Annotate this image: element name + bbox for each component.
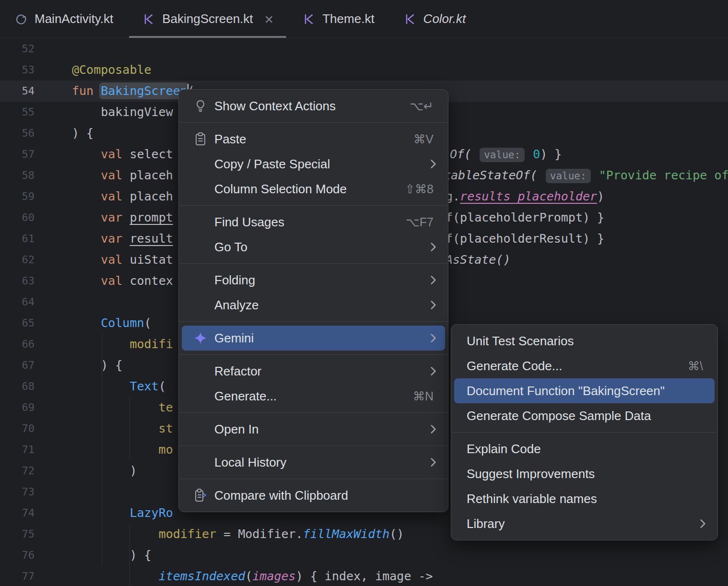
code-text: ) {: [72, 355, 122, 376]
menu-item-analyze[interactable]: Analyze: [182, 293, 445, 317]
tab-color-kt[interactable]: Color.kt: [389, 0, 481, 38]
shortcut-label: ⌥↵: [410, 99, 434, 113]
line-number[interactable]: 65: [0, 313, 35, 334]
menu-separator: [179, 122, 448, 123]
line-number[interactable]: 55: [0, 102, 35, 123]
menu-item-paste[interactable]: Paste⌘V: [182, 127, 445, 152]
line-number[interactable]: 67: [0, 355, 35, 376]
menu-item-folding[interactable]: Folding: [182, 268, 445, 293]
lightbulb-icon: [193, 99, 208, 113]
code-token: [72, 232, 101, 246]
submenu-item-generate-compose-sample-data[interactable]: Generate Compose Sample Data: [454, 403, 715, 428]
tab-label: MainActivity.kt: [35, 12, 113, 26]
code-token: [72, 253, 101, 267]
code-token: val: [101, 147, 122, 161]
submenu-item-suggest-improvements[interactable]: Suggest Improvements: [454, 461, 715, 486]
tab-close-icon[interactable]: ×: [265, 12, 274, 27]
submenu-arrow-icon: [427, 158, 439, 170]
editor-line-77[interactable]: 77 itemsIndexed(images) { index, image -…: [0, 566, 728, 586]
tab-mainactivity-kt[interactable]: MainActivity.kt: [0, 0, 128, 38]
line-number[interactable]: 73: [0, 481, 35, 503]
code-token: 0: [533, 147, 540, 161]
tab-theme-kt[interactable]: Theme.kt: [288, 0, 388, 38]
line-number[interactable]: 76: [0, 545, 35, 566]
menu-item-copy-paste-special[interactable]: Copy / Paste Special: [182, 152, 445, 176]
menu-item-compare-with-clipboard[interactable]: Compare with Clipboard: [182, 483, 445, 508]
submenu-item-document-function-bakingscreen[interactable]: Document Function "BakingScreen": [454, 378, 715, 403]
editor-line-53[interactable]: 53@Composable: [0, 59, 728, 81]
line-number[interactable]: 74: [0, 503, 35, 524]
code-token: var: [101, 211, 122, 224]
shortcut-label: ⌥F7: [406, 215, 434, 229]
code-token: [72, 189, 101, 203]
kotlin-file-icon: [302, 12, 316, 26]
code-token: val: [101, 168, 122, 182]
code-text: val uiStat: [72, 249, 173, 270]
code-token: modifi: [72, 337, 173, 351]
menu-item-label: Gemini: [214, 331, 254, 346]
line-number[interactable]: 60: [0, 207, 35, 228]
code-token: modifier: [159, 527, 216, 541]
submenu-item-unit-test-scenarios[interactable]: Unit Test Scenarios: [454, 328, 715, 353]
line-number[interactable]: 58: [0, 165, 35, 186]
tab-bakingscreen-kt[interactable]: BakingScreen.kt×: [128, 0, 288, 38]
menu-item-find-usages[interactable]: Find Usages⌥F7: [182, 210, 445, 234]
submenu-item-library[interactable]: Library: [454, 511, 715, 536]
code-text: ): [72, 460, 137, 481]
code-text: Column(: [72, 313, 152, 334]
code-token: [72, 168, 101, 182]
line-number[interactable]: 59: [0, 186, 35, 207]
code-token: [471, 147, 479, 161]
line-number[interactable]: 72: [0, 460, 35, 481]
menu-item-label: Compare with Clipboard: [214, 488, 348, 503]
menu-item-label: Open In: [214, 422, 259, 437]
code-token: AsState(): [446, 253, 510, 267]
code-token: [72, 147, 101, 161]
code-text: itemsIndexed(images) { index, image ->: [72, 566, 433, 586]
menu-item-label: Copy / Paste Special: [214, 157, 330, 172]
menu-item-gemini[interactable]: Gemini: [182, 326, 445, 351]
line-number[interactable]: 69: [0, 397, 35, 418]
editor-line-52[interactable]: 52: [0, 38, 728, 59]
submenu-item-generate-code[interactable]: Generate Code...⌘\: [454, 353, 715, 378]
menu-item-open-in[interactable]: Open In: [182, 417, 445, 442]
line-number[interactable]: 64: [0, 292, 35, 313]
menu-item-refactor[interactable]: Refactor: [182, 359, 445, 384]
line-number[interactable]: 54: [0, 81, 35, 102]
code-token: (: [159, 379, 166, 393]
editor-line-76[interactable]: 76 ) {: [0, 545, 728, 566]
line-number[interactable]: 75: [0, 524, 35, 545]
line-number[interactable]: 70: [0, 418, 35, 439]
code-text-continuation: tableStateOf( value: "Provide recipe of: [444, 165, 728, 186]
submenu-item-explain-code[interactable]: Explain Code: [454, 436, 715, 461]
line-number[interactable]: 71: [0, 439, 35, 460]
code-text: st: [72, 418, 173, 439]
line-number[interactable]: 66: [0, 334, 35, 355]
code-token: results_placeholder: [460, 189, 597, 203]
code-token: st: [72, 422, 173, 435]
menu-item-go-to[interactable]: Go To: [182, 234, 445, 259]
menu-item-local-history[interactable]: Local History: [182, 450, 445, 475]
line-number[interactable]: 56: [0, 123, 35, 144]
line-number[interactable]: 77: [0, 566, 35, 586]
line-number[interactable]: 57: [0, 144, 35, 165]
line-number[interactable]: 68: [0, 376, 35, 397]
submenu-item-rethink-variable-names[interactable]: Rethink variable names: [454, 486, 715, 511]
line-number[interactable]: 53: [0, 59, 35, 81]
menu-item-label: Paste: [214, 132, 247, 147]
menu-item-label: Column Selection Mode: [214, 182, 347, 197]
shortcut-label: ⌘V: [413, 132, 434, 146]
code-token: images: [252, 569, 295, 583]
line-number[interactable]: 63: [0, 270, 35, 292]
menu-item-column-selection-mode[interactable]: Column Selection Mode⇧⌘8: [182, 176, 445, 201]
line-number[interactable]: 61: [0, 228, 35, 249]
line-number[interactable]: 62: [0, 249, 35, 270]
code-text: LazyRo: [72, 503, 173, 524]
code-token: (: [245, 569, 252, 583]
menu-item-generate[interactable]: Generate...⌘N: [182, 384, 445, 409]
code-token: fun: [72, 84, 101, 98]
submenu-arrow-icon: [427, 299, 439, 311]
menu-item-show-context-actions[interactable]: Show Context Actions⌥↵: [182, 94, 445, 118]
line-number[interactable]: 52: [0, 38, 35, 59]
compose-activity-icon: [14, 12, 28, 26]
